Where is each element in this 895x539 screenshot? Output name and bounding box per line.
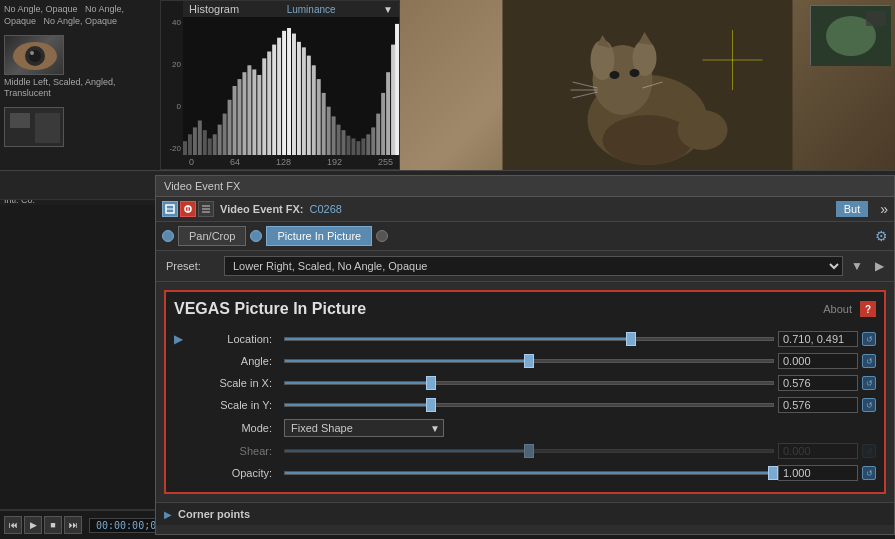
svg-point-66 [678, 110, 728, 150]
vefx-header: Video Event FX: C0268 But » [156, 197, 894, 222]
svg-rect-21 [247, 65, 251, 155]
shear-label: Shear: [190, 445, 280, 457]
svg-rect-42 [351, 138, 355, 155]
help-button[interactable]: ? [860, 301, 876, 317]
svg-rect-29 [287, 28, 291, 155]
opacity-reset[interactable]: ↺ [862, 466, 876, 480]
mode-label: Mode: [190, 422, 280, 434]
rewind-button[interactable]: ⏮ [4, 516, 22, 534]
angle-slider-thumb[interactable] [524, 354, 534, 368]
param-row-scale-y: Scale in Y: ↺ [174, 394, 876, 416]
opacity-label: Opacity: [190, 467, 280, 479]
histogram-canvas [183, 17, 399, 155]
scale-x-value[interactable] [778, 375, 858, 391]
tab-right-indicator[interactable] [376, 230, 388, 242]
vefx-header-label: Video Event FX: [220, 203, 304, 215]
scale-x-slider[interactable] [284, 376, 774, 390]
but-button[interactable]: But [836, 201, 869, 217]
svg-rect-51 [395, 24, 399, 155]
tab-picture-in-picture[interactable]: Picture In Picture [266, 226, 372, 246]
about-label[interactable]: About [823, 303, 852, 315]
angle-reset[interactable]: ↺ [862, 354, 876, 368]
svg-rect-20 [242, 72, 246, 155]
plugin-title-row: VEGAS Picture In Picture About ? [174, 300, 876, 318]
svg-rect-38 [332, 116, 336, 155]
small-preview-inset [810, 5, 890, 65]
svg-rect-36 [322, 93, 326, 155]
thumb-label-1: Middle Left, Scaled, Angled, Translucent [4, 77, 156, 99]
svg-rect-14 [213, 134, 217, 155]
plugin-panel: VEGAS Picture In Picture About ? ▶ Locat… [164, 290, 886, 494]
mode-select-wrapper: Fixed Shape Free Form ▼ [284, 419, 444, 437]
svg-rect-49 [386, 72, 390, 155]
tab-pan-crop[interactable]: Pan/Crop [178, 226, 246, 246]
location-slider[interactable] [284, 332, 774, 346]
tab-middle-indicator[interactable] [250, 230, 262, 242]
location-slider-fill [285, 338, 631, 340]
svg-rect-41 [346, 136, 350, 155]
angle-slider-fill [285, 360, 529, 362]
shear-slider-fill [285, 450, 529, 452]
svg-rect-35 [317, 79, 321, 155]
scale-x-reset[interactable]: ↺ [862, 376, 876, 390]
mode-select[interactable]: Fixed Shape Free Form [284, 419, 444, 437]
play-button[interactable]: ▶ [24, 516, 42, 534]
svg-rect-30 [292, 34, 296, 155]
opacity-slider-thumb[interactable] [768, 466, 778, 480]
playback-controls: ⏮ ▶ ■ ⏭ [4, 516, 82, 534]
scale-x-slider-thumb[interactable] [426, 376, 436, 390]
svg-rect-22 [252, 69, 256, 155]
svg-rect-50 [391, 45, 395, 155]
vefx-icon-1[interactable] [162, 201, 178, 217]
thumb-labels-top: No Angle, Opaque No Angle, Opaque No Ang… [4, 4, 156, 27]
scale-y-reset[interactable]: ↺ [862, 398, 876, 412]
expand-icon[interactable]: » [880, 201, 888, 217]
opacity-slider[interactable] [284, 466, 774, 480]
angle-slider[interactable] [284, 354, 774, 368]
corner-points-label: Corner points [178, 508, 250, 520]
svg-rect-5 [10, 113, 30, 128]
scale-y-slider-track [284, 403, 774, 407]
shear-slider-track [284, 449, 774, 453]
preset-arrow-right[interactable]: ▶ [875, 259, 884, 273]
svg-rect-47 [376, 114, 380, 155]
shear-slider [284, 444, 774, 458]
thumb-image-2 [4, 107, 64, 147]
scale-y-slider-thumb[interactable] [426, 398, 436, 412]
param-row-angle: Angle: ↺ [174, 350, 876, 372]
svg-rect-23 [257, 75, 261, 155]
opacity-value[interactable] [778, 465, 858, 481]
y-label-0: 0 [177, 102, 181, 111]
luminance-arrow: ▼ [383, 4, 393, 15]
tab-left-indicator[interactable] [162, 230, 174, 242]
scale-y-value[interactable] [778, 397, 858, 413]
svg-rect-12 [203, 130, 207, 155]
scale-x-slider-track [284, 381, 774, 385]
svg-rect-6 [35, 113, 60, 143]
scale-y-slider[interactable] [284, 398, 774, 412]
svg-rect-39 [337, 125, 341, 155]
location-slider-thumb[interactable] [626, 332, 636, 346]
svg-rect-27 [277, 38, 281, 155]
corner-points-row[interactable]: ▶ Corner points [156, 502, 894, 525]
vefx-title-bar: Video Event FX [156, 176, 894, 197]
forward-button[interactable]: ⏭ [64, 516, 82, 534]
preset-dropdown-arrow[interactable]: ▼ [851, 259, 863, 273]
vefx-icon-3[interactable] [198, 201, 214, 217]
settings-icon[interactable]: ⚙ [875, 228, 888, 244]
location-value[interactable] [778, 331, 858, 347]
vefx-title: Video Event FX [164, 180, 240, 192]
thumb-image-eye [4, 35, 64, 75]
vefx-icon-2[interactable] [180, 201, 196, 217]
svg-rect-15 [218, 125, 222, 155]
stop-button[interactable]: ■ [44, 516, 62, 534]
scale-y-label: Scale in Y: [190, 399, 280, 411]
preset-row: Preset: Lower Right, Scaled, No Angle, O… [156, 251, 894, 282]
angle-value[interactable] [778, 353, 858, 369]
location-label: Location: [190, 333, 280, 345]
location-reset[interactable]: ↺ [862, 332, 876, 346]
location-expand-arrow[interactable]: ▶ [174, 332, 186, 346]
opacity-slider-track [284, 471, 774, 475]
scale-128: 128 [276, 157, 291, 167]
preset-select[interactable]: Lower Right, Scaled, No Angle, Opaque [224, 256, 843, 276]
